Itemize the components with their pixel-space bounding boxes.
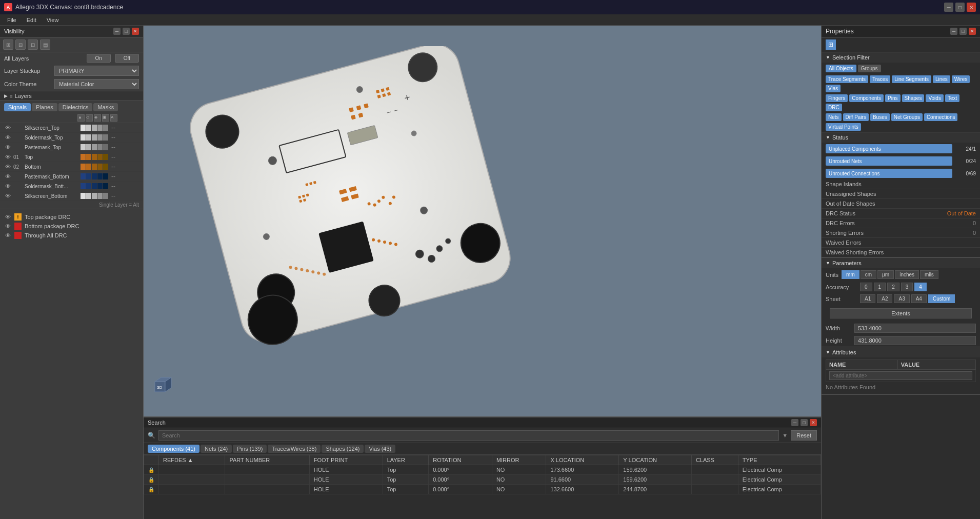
vis-tool-3[interactable]: ⊡ xyxy=(28,39,38,50)
reset-button[interactable]: Reset xyxy=(791,430,817,441)
acc-4[interactable]: 4 xyxy=(914,283,927,291)
close-button[interactable]: ✕ xyxy=(967,3,976,12)
layer-col-1[interactable]: ▲ xyxy=(77,114,85,122)
unit-mm[interactable]: mm xyxy=(842,270,859,279)
acc-1[interactable]: 1 xyxy=(874,283,886,291)
menu-view[interactable]: View xyxy=(42,16,64,24)
canvas-area[interactable]: + ─ ─ xyxy=(144,26,821,519)
parameters-header[interactable]: ▼ Parameters xyxy=(822,258,980,268)
filter-drc[interactable]: DRC xyxy=(826,104,842,111)
layer-col-5[interactable]: A xyxy=(110,114,117,122)
selection-filter-header[interactable]: ▼ Selection Filter xyxy=(822,52,980,63)
col-mirror[interactable]: MIRROR xyxy=(492,455,546,465)
filter-text[interactable]: Text xyxy=(945,94,959,102)
vis-tool-1[interactable]: ⊞ xyxy=(3,39,13,50)
filter-diff-pairs[interactable]: Diff Pairs xyxy=(843,113,869,121)
filter-buses[interactable]: Buses xyxy=(870,113,890,121)
props-float[interactable]: □ xyxy=(959,28,967,35)
drc-eye-through[interactable]: 👁 xyxy=(4,232,11,238)
layer-stackup-select[interactable]: PRIMARY xyxy=(54,66,139,76)
props-close[interactable]: ✕ xyxy=(969,28,976,35)
layers-section-header[interactable]: ▶ ≡ Layers xyxy=(0,91,143,101)
search-minimize[interactable]: ─ xyxy=(791,419,798,426)
table-row[interactable]: 🔒 HOLE Top 0.000° NO 91.6600 159.6200 El… xyxy=(144,475,821,485)
filter-wires[interactable]: Wires xyxy=(952,75,970,83)
tab-signals[interactable]: Signals xyxy=(4,103,31,111)
panel-float[interactable]: □ xyxy=(123,28,130,35)
unit-cm[interactable]: cm xyxy=(861,270,876,279)
layer-col-2[interactable]: ◇ xyxy=(86,114,93,122)
filter-trace-segments[interactable]: Trace Segments xyxy=(826,75,868,83)
vis-tool-2[interactable]: ⊟ xyxy=(15,39,26,50)
layer-eye-soldermask-bottom[interactable]: 👁 xyxy=(4,183,11,189)
layer-eye-bottom[interactable]: 👁 xyxy=(4,164,11,170)
drc-eye-bottom[interactable]: 👁 xyxy=(4,223,11,229)
tab-vias[interactable]: Vias (43) xyxy=(365,445,395,453)
sheet-custom[interactable]: Custom xyxy=(928,294,955,303)
filter-voids[interactable]: Voids xyxy=(926,94,943,102)
maximize-button[interactable]: □ xyxy=(955,3,965,12)
layer-col-3[interactable]: ◈ xyxy=(94,114,101,122)
filter-vias[interactable]: Vias xyxy=(826,85,841,92)
all-layers-on[interactable]: On xyxy=(87,54,111,63)
filter-line-segments[interactable]: Line Segments xyxy=(892,75,931,83)
layer-eye-top[interactable]: 👁 xyxy=(4,154,11,160)
color-theme-select[interactable]: Material Color xyxy=(54,79,139,89)
attributes-header[interactable]: ▼ Attributes xyxy=(822,347,980,357)
layer-eye-silkscreen-bottom[interactable]: 👁 xyxy=(4,193,11,199)
col-type[interactable]: TYPE xyxy=(738,455,821,465)
status-header[interactable]: ▼ Status xyxy=(822,132,980,143)
unit-um[interactable]: μm xyxy=(877,270,894,279)
layer-eye-silkscreen-top[interactable]: 👁 xyxy=(4,125,11,131)
filter-traces[interactable]: Traces xyxy=(870,75,890,83)
filter-pins[interactable]: Pins xyxy=(885,94,900,102)
extents-button[interactable]: Extents xyxy=(830,308,972,318)
acc-3[interactable]: 3 xyxy=(901,283,913,291)
filter-components[interactable]: Components xyxy=(849,94,884,102)
tab-planes[interactable]: Planes xyxy=(32,103,57,111)
drc-eye-top[interactable]: 👁 xyxy=(4,214,11,220)
sheet-a1[interactable]: A1 xyxy=(860,294,875,303)
filter-connections[interactable]: Connections xyxy=(924,113,958,121)
layer-col-4[interactable]: ▣ xyxy=(102,114,109,122)
nav-cube[interactable]: 3D xyxy=(154,375,174,396)
col-layer[interactable]: LAYER xyxy=(383,455,429,465)
layer-eye-pastemask-top[interactable]: 👁 xyxy=(4,144,11,150)
layer-eye-soldermask-top[interactable]: 👁 xyxy=(4,134,11,141)
filter-virtual-points[interactable]: Virtual Points xyxy=(826,123,861,131)
search-close[interactable]: ✕ xyxy=(810,419,817,426)
tab-nets[interactable]: Nets (24) xyxy=(201,445,232,453)
table-row[interactable]: 🔒 HOLE Top 0.000° NO 132.6600 244.8700 E… xyxy=(144,485,821,494)
sheet-a3[interactable]: A3 xyxy=(894,294,909,303)
menu-edit[interactable]: Edit xyxy=(22,16,42,24)
table-row[interactable]: 🔒 HOLE Top 0.000° NO 173.6600 159.6200 E… xyxy=(144,465,821,475)
filter-icon[interactable]: ⊞ xyxy=(826,39,836,50)
tab-components[interactable]: Components (41) xyxy=(148,445,199,453)
col-lock[interactable] xyxy=(144,455,159,465)
unit-inches[interactable]: inches xyxy=(895,270,919,279)
search-input[interactable] xyxy=(158,430,779,441)
filter-nets[interactable]: Nets xyxy=(826,113,842,121)
tab-masks[interactable]: Masks xyxy=(93,103,118,111)
acc-2[interactable]: 2 xyxy=(887,283,899,291)
sheet-a2[interactable]: A2 xyxy=(877,294,892,303)
search-float[interactable]: □ xyxy=(801,419,808,426)
col-class[interactable]: CLASS xyxy=(691,455,738,465)
panel-minimize[interactable]: ─ xyxy=(113,28,121,35)
menu-file[interactable]: File xyxy=(2,16,22,24)
tab-shapes[interactable]: Shapes (124) xyxy=(322,445,364,453)
add-attr-input[interactable] xyxy=(829,371,972,380)
all-layers-off[interactable]: Off xyxy=(115,54,139,63)
sheet-a4[interactable]: A4 xyxy=(911,294,927,303)
filter-all-objects[interactable]: All Objects xyxy=(826,65,856,72)
vis-tool-4[interactable]: ▤ xyxy=(40,39,50,50)
add-attr-row[interactable] xyxy=(826,370,976,382)
col-rotation[interactable]: ROTATION xyxy=(429,455,492,465)
filter-fingers[interactable]: Fingers xyxy=(826,94,848,102)
col-refdes[interactable]: REFDES ▲ xyxy=(159,455,225,465)
width-input[interactable] xyxy=(854,324,976,333)
filter-net-groups[interactable]: Net Groups xyxy=(891,113,923,121)
panel-close[interactable]: ✕ xyxy=(132,28,139,35)
filter-shapes[interactable]: Shapes xyxy=(902,94,925,102)
unit-mils[interactable]: mils xyxy=(920,270,938,279)
